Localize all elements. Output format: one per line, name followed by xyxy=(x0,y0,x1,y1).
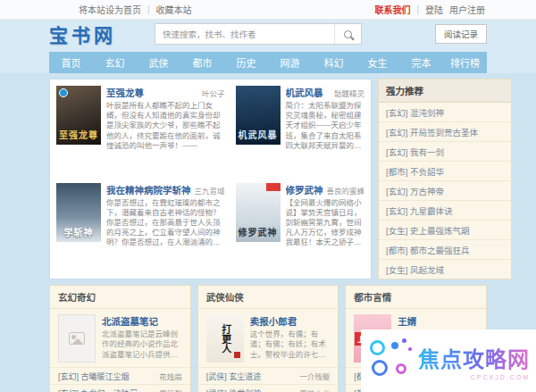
watermark-url: CPCXJD.COM xyxy=(471,374,530,380)
nav-item-nvsheng[interactable]: 女生 xyxy=(356,55,399,70)
favorite-link[interactable]: 收藏本站 xyxy=(156,3,192,16)
register-link[interactable]: 用户注册 xyxy=(449,3,485,16)
featured-cover[interactable] xyxy=(58,314,96,363)
book-description: 你是否想过，在霓虹璀璨的都市之下，潜藏着来自古老神话的怪物？你是否想过，在那高悬… xyxy=(106,198,225,248)
book-description: 简介：太阳系联盟为探究灵魂奥秘，秘密组建天才组织——天启少年班，集合了来自太阳系… xyxy=(286,101,365,151)
recommend-panel: 强力推荐 [玄幻] 混沌剑神 [玄幻] 开局签到荒古圣体 [玄幻] 我有一剑 [… xyxy=(378,79,512,279)
recommend-item[interactable]: [玄幻] 我有一剑 xyxy=(379,142,511,162)
separator: | xyxy=(416,4,419,14)
cover-title: 至强龙尊 xyxy=(59,128,98,145)
book-description: 【全网最火爆的网络小说】掌势天宫镇日月，剑斩幽冥第九霄，世间凡人万万亿，修罗成神… xyxy=(286,198,365,248)
book-card: 机武风暴 机武风暴 骷髅精灵 简介：太阳系联盟为探究灵魂奥秘，秘密组建天才组织—… xyxy=(234,84,367,178)
recommend-item[interactable]: [玄幻] 万古神帝 xyxy=(379,181,511,201)
nav-item-kehuan[interactable]: 科幻 xyxy=(312,55,356,70)
recommend-item[interactable]: [玄幻] 开局签到荒古圣体 xyxy=(379,122,511,142)
watermark: 焦点攻略网 CPCXJD.COM xyxy=(361,329,536,392)
list-item: [玄幻] 九龙归一诀陆沉魔风烈 xyxy=(50,384,190,392)
search-button[interactable] xyxy=(334,24,361,44)
category-title: 都市言情 xyxy=(346,286,486,309)
featured-books-panel: 至强龙尊 至强龙尊 叶公子 叶辰是所有人都瞧不起的上门女婿，但没有人知道他的真实… xyxy=(49,79,372,279)
cover-title: 打更人 xyxy=(218,324,232,354)
category-title: 武侠仙侠 xyxy=(198,286,339,309)
book-author: 黑暗火龙 xyxy=(299,388,330,392)
book-cover[interactable]: 学斩神 xyxy=(56,183,101,242)
book-link[interactable]: [武侠] 玄尘道途 xyxy=(206,371,262,382)
separator: | xyxy=(147,4,150,14)
set-home-link[interactable]: 将本站设为首页 xyxy=(79,3,141,16)
book-title[interactable]: 我在精神病院学斩神 xyxy=(106,183,191,196)
nav-item-xuanhuan[interactable]: 玄幻 xyxy=(93,55,137,70)
watermark-title: 焦点攻略网 xyxy=(418,342,530,373)
login-link[interactable]: 登陆 xyxy=(425,3,443,16)
book-link[interactable]: [玄幻] 九龙归一诀陆沉 xyxy=(58,388,138,392)
list-item: [武侠] 玄尘道途一介残躯 xyxy=(198,367,339,384)
recommend-item[interactable]: [女生] 风起龙域 xyxy=(379,260,511,279)
featured-title[interactable]: 王婿 xyxy=(398,314,478,328)
search-icon xyxy=(344,30,352,38)
cover-badge-icon xyxy=(59,88,68,97)
nav-item-wuxia[interactable]: 武侠 xyxy=(137,55,180,70)
book-card: 至强龙尊 至强龙尊 叶公子 叶辰是所有人都瞧不起的上门女婿，但没有人知道他的真实… xyxy=(54,84,227,178)
recommend-item[interactable]: [都市] 不负韶华 xyxy=(379,162,511,181)
category-panel-xuanhuan: 玄幻奇幻 北派盗墓笔记 北派盗墓笔记是云峰创作的经典的小说作品北派盗墓笔记小兵提… xyxy=(49,285,191,392)
reading-record-button[interactable]: 阅读记录 xyxy=(435,24,487,44)
nav-item-wanben[interactable]: 完本 xyxy=(399,55,443,70)
nav-item-ranking[interactable]: 排行榜 xyxy=(443,55,487,70)
featured-description: 这个世界，有儒；有道；有佛；有妖；有术士。警校毕业的许七安幽幽醒来，发现自己..… xyxy=(250,329,331,360)
featured-title[interactable]: 卖报小郎君 xyxy=(250,314,331,328)
book-author: 魔风烈 xyxy=(159,388,182,392)
search-box xyxy=(155,23,362,45)
recommend-item[interactable]: [玄幻] 混沌剑神 xyxy=(379,103,511,122)
book-cover[interactable]: 修罗武神 xyxy=(236,183,281,242)
cover-title: 修罗武神 xyxy=(239,225,278,242)
book-title[interactable]: 至强龙尊 xyxy=(106,86,144,99)
category-panel-wuxia: 武侠仙侠 打更人 卖报小郎君 这个世界，有儒；有道；有佛；有妖；有术士。警校毕业… xyxy=(197,285,339,392)
cover-title: 学斩神 xyxy=(64,225,94,242)
list-item: [武侠] 绝世剑神黑暗火龙 xyxy=(198,384,339,392)
featured-title[interactable]: 北派盗墓笔记 xyxy=(102,314,182,328)
site-logo[interactable]: 宝书网 xyxy=(49,21,155,47)
main-nav: 首页 玄幻 武侠 都市 历史 网游 科幻 女生 完本 排行榜 xyxy=(49,52,487,73)
book-title[interactable]: 修罗武神 xyxy=(286,183,323,196)
recommend-title: 强力推荐 xyxy=(379,79,511,103)
header: 宝书网 阅读记录 首页 玄幻 武侠 都市 历史 网游 科幻 女生 完本 排行榜 xyxy=(0,20,536,73)
nav-item-wangyou[interactable]: 网游 xyxy=(268,55,312,70)
image-placeholder-icon xyxy=(69,332,85,345)
book-author: 一介残躯 xyxy=(299,371,330,381)
watermark-circles-icon xyxy=(370,338,413,383)
book-author: 骷髅精灵 xyxy=(334,88,364,98)
featured-description: 北派盗墓笔记是云峰创作的经典的小说作品北派盗墓笔记小兵提供北派盗墓笔记最新章..… xyxy=(102,329,182,360)
book-title[interactable]: 机武风暴 xyxy=(286,86,323,99)
nav-item-dushi[interactable]: 都市 xyxy=(180,55,224,70)
contact-link[interactable]: 联系我们 xyxy=(374,3,410,16)
book-author: 花烛扇 xyxy=(159,371,182,381)
cover-title: 机武风暴 xyxy=(239,128,278,145)
cover-badge-icon xyxy=(266,183,281,191)
nav-item-home[interactable]: 首页 xyxy=(49,55,93,70)
recommend-item[interactable]: [都市] 都市之最强狂兵 xyxy=(379,240,511,260)
top-utility-bar: 将本站设为首页 | 收藏本站 联系我们 | 登陆 用户注册 xyxy=(0,0,536,20)
featured-cover[interactable]: 打更人 xyxy=(206,314,244,363)
book-description: 叶辰是所有人都瞧不起的上门女婿，但没有人知道他的真实身份却是顶尖家族的大少爷，那… xyxy=(106,101,225,151)
seal-icon xyxy=(234,352,240,358)
book-link[interactable]: [玄幻] 古曦暖江尘烟 xyxy=(58,371,130,382)
category-title: 玄幻奇幻 xyxy=(50,286,190,309)
book-card: 修罗武神 修罗武神 善良的蜜蜂 【全网最火爆的网络小说】掌势天宫镇日月，剑斩幽冥… xyxy=(234,181,367,275)
book-author: 善良的蜜蜂 xyxy=(327,185,365,196)
search-input[interactable] xyxy=(155,29,334,39)
book-link[interactable]: [武侠] 绝世剑神 xyxy=(206,388,262,392)
recommend-item[interactable]: [女生] 史上最强炼气期 xyxy=(379,221,511,240)
book-cover[interactable]: 至强龙尊 xyxy=(56,86,101,145)
recommend-item[interactable]: [玄幻] 九星霸体诀 xyxy=(379,201,511,221)
book-cover[interactable]: 机武风暴 xyxy=(236,86,281,145)
book-card: 学斩神 我在精神病院学斩神 三九音域 你是否想过，在霓虹璀璨的都市之下，潜藏着来… xyxy=(54,181,227,275)
book-author: 三九音域 xyxy=(195,185,225,196)
nav-item-lishi[interactable]: 历史 xyxy=(224,55,268,70)
list-item: [玄幻] 古曦暖江尘烟花烛扇 xyxy=(50,367,190,384)
book-author: 叶公子 xyxy=(202,88,225,98)
